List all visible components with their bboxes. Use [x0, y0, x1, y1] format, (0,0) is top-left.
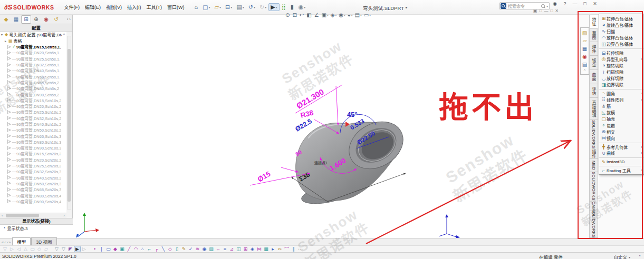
commandmanager-tab[interactable]: MBD [589, 159, 598, 172]
toolbar-button[interactable]: ⌂ [192, 3, 200, 11]
sketch-tool-icon[interactable]: ▱ [43, 246, 50, 252]
panel-tab[interactable]: ⊕ [31, 15, 41, 24]
sketch-tool-icon[interactable]: ▽ [60, 246, 67, 252]
collapse-chevron-icon[interactable]: ^ [584, 68, 585, 73]
configuration-row[interactable]: — 90度弯管,DN80,Sch10s,3 [0, 139, 66, 145]
menu-item[interactable]: 视图(V) [103, 2, 124, 12]
feature-menu-item[interactable]: ⊗ 相交 [599, 128, 643, 135]
sketch-tool-icon[interactable]: ▷ [8, 246, 15, 252]
elbow-model-scene[interactable]: Σ38 连接点1 Ø21.300 R38 Ø15 1.600 50 [73, 15, 578, 238]
tab-scroll-arrow[interactable]: › [69, 17, 71, 22]
sketch-tool-icon[interactable]: ∴ [139, 246, 146, 252]
expand-arrow-icon[interactable]: ▸ [5, 39, 8, 43]
sketch-tool-icon[interactable]: ✎ [180, 246, 187, 252]
menu-item[interactable]: 文件(F) [61, 2, 82, 12]
configuration-row[interactable]: — 90度弯管,DN65,Sch20s,3 [0, 186, 66, 192]
sketch-tool-icon[interactable]: ⌐ [146, 246, 153, 252]
sketch-tool-icon[interactable]: ⊿ [228, 246, 235, 252]
panel-tab[interactable]: ↺ [51, 15, 61, 24]
commandmanager-tab[interactable]: 直接编辑 [589, 98, 598, 120]
sketch-tool-icon[interactable]: ╲ [160, 246, 167, 252]
feature-menu-item[interactable]: ◡ 放样切除 [599, 75, 643, 82]
sketch-tool-icon[interactable]: ◠ [132, 246, 139, 252]
configuration-row[interactable]: — 90度弯管,DN20,Sch10s,2 [0, 103, 66, 109]
tab-scroll-arrow[interactable]: ‹ [67, 17, 69, 22]
sketch-tool-icon[interactable]: ⋈ [256, 246, 263, 252]
tree-vertical-scrollbar[interactable] [67, 36, 71, 210]
feature-menu-item[interactable]: ◑ 旋转切除 [599, 62, 643, 68]
panel-tab[interactable]: ⊞ [21, 15, 31, 24]
configuration-row[interactable]: — 90度弯管,DN15,Sch10s,2 [0, 97, 66, 103]
sketch-tool-icon[interactable]: ↔ [215, 246, 222, 252]
toolbar-button[interactable]: ▱ ▾ [213, 3, 223, 11]
display-state-row[interactable]: ◔ 显示状态-3 [0, 225, 73, 231]
window-control-button[interactable]: — [572, 1, 578, 6]
connection-point-label[interactable]: 连接点1 [314, 161, 328, 165]
configuration-row[interactable]: — 90度弯管,DN25,Sch5s,1. [0, 56, 66, 62]
commandmanager-tab[interactable]: SOLIDWORKS.. [589, 211, 598, 238]
commandmanager-tab[interactable]: 评估 [589, 84, 598, 98]
sketch-tool-icon[interactable]: ✂ [276, 246, 283, 252]
dim-bend-radius[interactable]: R38 [300, 108, 314, 119]
configuration-row[interactable]: — 90度弯管,DN80,Sch5s,2 [0, 85, 66, 91]
feature-menu-item[interactable]: ≀ 扫描切除 [599, 69, 643, 75]
window-control-button[interactable]: ◉ [552, 1, 558, 6]
feature-menu-item[interactable]: ╋ 参考几何体 › [599, 143, 643, 150]
view-tab[interactable]: 3D 视图 [31, 237, 56, 245]
tab-nav-arrow[interactable]: « [2, 240, 4, 245]
doc-window-button[interactable]: □ [550, 8, 553, 13]
sketch-tool-icon[interactable]: ╱ [126, 246, 132, 252]
configuration-row[interactable]: — 90度弯管,DN40,Sch10s,2 [0, 121, 66, 127]
sketch-tool-icon[interactable]: ◉ [201, 246, 208, 252]
sketch-tool-icon[interactable]: ▽ [53, 246, 60, 252]
sketch-tool-icon[interactable]: ▽ [2, 246, 8, 252]
configuration-row[interactable]: ✓ 90度弯管,DN15,Sch5s,1. [0, 44, 66, 49]
sketch-tool-icon[interactable]: | [98, 246, 105, 252]
sketch-tool-icon[interactable]: ▤ [208, 246, 215, 252]
configuration-row[interactable]: — 90度弯管,DN90,Sch20s,4 [0, 198, 66, 204]
graphics-area[interactable]: ⊙ ⊡ ↩ ◧ ∠ [73, 15, 578, 238]
configuration-row[interactable]: — 90度弯管,DN40,Sch5s,1. [0, 67, 66, 73]
configuration-row[interactable]: — 90度弯管,DN65,Sch10s,3 [0, 133, 66, 138]
sketch-tool-icon[interactable]: ▶ [74, 246, 81, 252]
panel-tab[interactable]: ◆ [1, 15, 11, 24]
sketch-tool-icon[interactable]: ▷ [81, 246, 88, 252]
configuration-row[interactable]: — 90度弯管,DN20,Sch20s,2 [0, 157, 66, 163]
commandmanager-tab[interactable]: 特征 [589, 15, 598, 29]
collapse-chevron-icon[interactable]: ^ [63, 33, 66, 36]
expand-arrow-icon[interactable]: ▾ [1, 33, 5, 36]
menu-item[interactable]: 插入(I) [124, 2, 144, 12]
toolbar-button[interactable]: ⣿ [280, 3, 289, 11]
scroll-right-arrow[interactable]: › [62, 214, 66, 217]
sketch-tool-icon[interactable]: ✓ [187, 246, 194, 252]
globe-icon[interactable]: ◔ [638, 253, 641, 258]
feature-menu-item[interactable]: ⋈ 镜向 [599, 135, 643, 141]
sketch-tool-icon[interactable]: ▣ [119, 246, 126, 252]
feature-menu-item[interactable]: ⋔ 筋 [599, 103, 643, 109]
sketch-tool-icon[interactable]: • [91, 246, 98, 252]
configuration-row[interactable]: — 90度弯管,DN80,Sch20s,4 [0, 192, 66, 198]
commandmanager-tab[interactable]: SOLIDWORKS 插件 [589, 120, 598, 159]
doc-window-button[interactable]: ▣ [533, 8, 537, 13]
feature-menu-item[interactable]: ⊟ 拉伸切除 [599, 48, 643, 56]
tree-root-row[interactable]: ▾ ◆ 弯头测试 配置 (90度弯管,DN15, ^ [0, 32, 66, 38]
commandmanager-tab[interactable]: 焊件 [589, 42, 598, 56]
menu-item[interactable]: 编辑(E) [82, 2, 103, 12]
dim-inner-diameter[interactable]: Ø22.5 [294, 117, 313, 133]
configuration-row[interactable]: — 90度弯管,DN32,Sch10s,2 [0, 115, 66, 121]
task-pane-tab-icon[interactable]: ▦ [582, 45, 587, 53]
feature-menu-item[interactable]: ◕ 旋转凸台/基体 [599, 22, 643, 28]
sketch-tool-icon[interactable]: ▸ [270, 246, 276, 252]
feature-menu-item[interactable]: ✎ Instant3D [599, 157, 643, 165]
commandmanager-tab[interactable]: SOLIDWORKS CAM [589, 172, 598, 211]
configuration-row[interactable]: — 90度弯管,DN20,Sch5s,1. [0, 49, 66, 55]
sketch-tool-icon[interactable]: ▭ [29, 246, 36, 252]
configuration-row[interactable]: — 90度弯管,DN50,Sch5s,1. [0, 73, 66, 79]
feature-menu-item[interactable]: ∪ 曲线 › [599, 150, 643, 156]
feature-menu-item[interactable]: ◠ 放样凸台/基体 [599, 35, 643, 41]
menu-item[interactable]: 窗口(W) [165, 2, 187, 12]
sketch-tool-icon[interactable]: ≡ [222, 246, 228, 252]
panel-tab[interactable]: ◉ [41, 15, 51, 24]
feature-menu-item[interactable]: ▢ 抽壳 [599, 116, 643, 122]
sketch-tool-icon[interactable]: ◫ [235, 246, 242, 252]
